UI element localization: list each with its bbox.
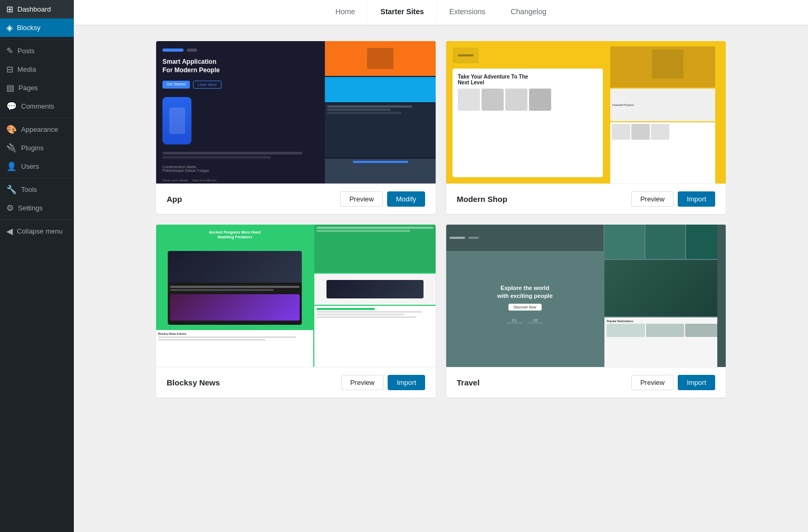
blocksy-icon: ◈: [6, 23, 13, 33]
preview-button-travel[interactable]: Preview: [631, 375, 674, 390]
tab-home[interactable]: Home: [323, 0, 368, 25]
posts-icon: ✎: [6, 46, 13, 56]
card-footer-app: App Preview Modify: [156, 183, 436, 214]
modify-button-app[interactable]: Modify: [387, 191, 425, 207]
plugins-icon: 🔌: [6, 143, 17, 153]
tabs-bar: Home Starter Sites Extensions Changelog: [74, 0, 808, 25]
site-card-modern-shop: Take Your Adventure To TheNext Level: [446, 41, 726, 214]
sidebar-item-comments[interactable]: 💬 Comments: [0, 97, 74, 115]
card-footer-news: Blocksy News Preview Import: [156, 367, 436, 398]
collapse-icon: ◀: [6, 226, 13, 236]
card-actions-travel: Preview Import: [631, 375, 715, 390]
sidebar-item-media[interactable]: ⊟ Media: [0, 60, 74, 79]
card-title-app: App: [167, 195, 182, 204]
preview-button-app[interactable]: Preview: [340, 191, 382, 207]
card-footer-travel: Travel Preview Import: [446, 367, 726, 398]
card-actions-shop: Preview Import: [631, 191, 715, 207]
card-thumbnail-news: Ancient Penguins Were GiantWaddling Pred…: [156, 225, 436, 367]
card-title-news: Blocksy News: [167, 378, 220, 387]
sidebar-item-blocksy[interactable]: ◈ Blocksy: [0, 18, 74, 37]
site-card-travel: Explore the worldwith exciting people Di…: [446, 225, 726, 398]
sidebar-item-dashboard[interactable]: ⊞ Dashboard: [0, 0, 74, 18]
sidebar: ⊞ Dashboard ◈ Blocksy ✎ Posts ⊟ Media ▤ …: [0, 0, 74, 532]
card-thumbnail-travel: Explore the worldwith exciting people Di…: [446, 225, 726, 367]
settings-icon: ⚙: [6, 203, 14, 213]
sidebar-item-collapse[interactable]: ◀ Collapse menu: [0, 222, 74, 240]
dashboard-icon: ⊞: [6, 4, 13, 14]
import-button-news[interactable]: Import: [388, 375, 425, 390]
tab-starter-sites[interactable]: Starter Sites: [368, 0, 436, 25]
starter-sites-grid: Smart ApplicationFor Modern People Get S…: [124, 25, 757, 413]
sidebar-item-tools[interactable]: 🔧 Tools: [0, 180, 74, 199]
import-button-travel[interactable]: Import: [678, 375, 715, 390]
users-icon: 👤: [6, 161, 17, 171]
site-card-blocksy-news: Ancient Penguins Were GiantWaddling Pred…: [156, 225, 436, 398]
pages-icon: ▤: [6, 83, 14, 93]
sidebar-item-appearance[interactable]: 🎨 Appearance: [0, 120, 74, 139]
sidebar-item-settings[interactable]: ⚙ Settings: [0, 199, 74, 217]
card-title-travel: Travel: [457, 378, 479, 387]
sidebar-item-users[interactable]: 👤 Users: [0, 157, 74, 176]
main-content: Home Starter Sites Extensions Changelog …: [74, 0, 808, 532]
tab-changelog[interactable]: Changelog: [498, 0, 559, 25]
preview-button-shop[interactable]: Preview: [631, 191, 674, 207]
card-actions-app: Preview Modify: [340, 191, 425, 207]
card-title-shop: Modern Shop: [457, 195, 507, 204]
card-footer-shop: Modern Shop Preview Import: [446, 183, 726, 214]
sidebar-item-pages[interactable]: ▤ Pages: [0, 79, 74, 97]
import-button-shop[interactable]: Import: [678, 191, 715, 207]
card-thumbnail-shop: Take Your Adventure To TheNext Level: [446, 41, 726, 183]
card-thumbnail-app: Smart ApplicationFor Modern People Get S…: [156, 41, 436, 183]
sidebar-item-posts[interactable]: ✎ Posts: [0, 42, 74, 60]
tab-extensions[interactable]: Extensions: [437, 0, 498, 25]
site-card-app: Smart ApplicationFor Modern People Get S…: [156, 41, 436, 214]
preview-button-news[interactable]: Preview: [341, 375, 383, 390]
tools-icon: 🔧: [6, 185, 17, 195]
media-icon: ⊟: [6, 64, 13, 74]
card-actions-news: Preview Import: [341, 375, 425, 390]
comments-icon: 💬: [6, 101, 17, 111]
appearance-icon: 🎨: [6, 124, 17, 134]
sidebar-item-plugins[interactable]: 🔌 Plugins: [0, 139, 74, 157]
